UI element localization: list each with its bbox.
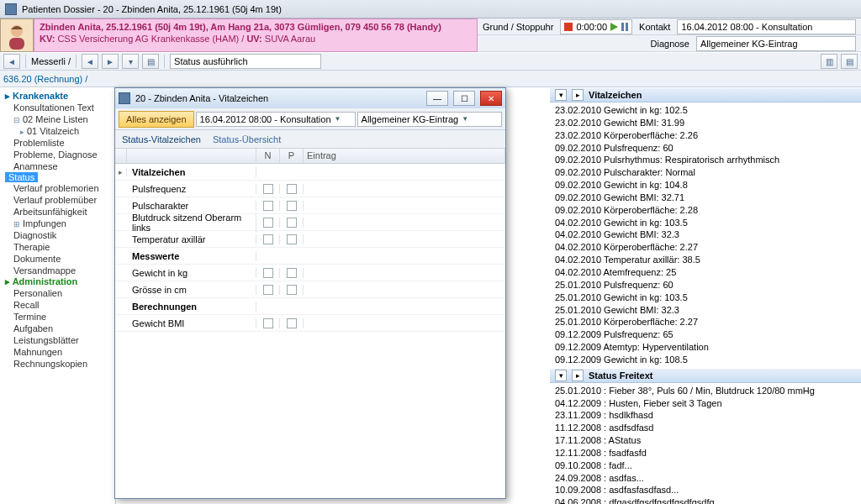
panel-freitext-body[interactable]: 25.01.2010 : Fieber 38°, Puls 60 / Min, … <box>550 383 861 504</box>
panel-collapse-icon[interactable]: ▾ <box>555 370 567 381</box>
tree-item[interactable]: Verlauf problemüber <box>5 194 115 206</box>
billing-label[interactable]: 636.20 (Rechnung) / <box>3 74 87 84</box>
list-item[interactable]: 23.02.2010 Gewicht in kg: 102.5 <box>555 104 856 117</box>
tree-item[interactable]: Diagnostik <box>5 229 115 241</box>
list-item[interactable]: 09.02.2010 Gewicht BMI: 32.71 <box>555 192 856 204</box>
layout-button-2[interactable]: ▤ <box>841 54 858 69</box>
tree-item[interactable]: Probleme, Diagnose <box>5 149 115 160</box>
list-item[interactable]: 25.01.2010 Gewicht in kg: 103.5 <box>555 291 856 304</box>
list-item[interactable]: 12.11.2008 : fsadfasfd <box>555 447 856 459</box>
table-row[interactable]: Gewicht in kg <box>115 265 505 281</box>
checkbox[interactable] <box>263 318 273 328</box>
tree-item[interactable]: Termine <box>5 311 115 323</box>
tree-item[interactable]: Recall <box>5 299 115 311</box>
table-row[interactable]: Pulsfrequenz <box>115 181 505 197</box>
list-item[interactable]: 04.06.2008 : dfgasdfgsdfgsdfgsdfgsdfg... <box>555 496 856 504</box>
tab-vitalzeichen[interactable]: Status-Vitalzeichen <box>122 134 201 148</box>
col-eintrag[interactable]: Eintrag <box>304 149 505 163</box>
col-n[interactable]: N <box>256 149 280 163</box>
list-item[interactable]: 09.02.2010 Pulsrhythmus: Respiratorisch … <box>555 154 856 166</box>
tree-item[interactable]: ▸01 Vitalzeich <box>5 125 115 137</box>
list-item[interactable]: 04.02.2010 Gewicht BMI: 32.3 <box>555 228 856 241</box>
list-item[interactable]: 04.02.2010 Temperatur axillär: 38.5 <box>555 254 856 266</box>
status-combo[interactable]: Status ausführlich <box>170 54 321 69</box>
tree-item-selected[interactable]: Status <box>5 172 38 182</box>
pause-icon[interactable] <box>621 23 628 31</box>
checkbox[interactable] <box>287 285 297 295</box>
list-item[interactable]: 25.01.2010 : Fieber 38°, Puls 60 / Min, … <box>555 385 856 397</box>
checkbox[interactable] <box>287 318 297 328</box>
nav-next-button[interactable]: ► <box>102 54 119 69</box>
checkbox[interactable] <box>287 218 297 228</box>
maximize-button[interactable]: ☐ <box>453 91 475 106</box>
type-combo[interactable]: Allgemeiner KG-Eintrag▼ <box>357 112 502 127</box>
tree-admin-root[interactable]: ▸ Administration <box>5 276 115 287</box>
list-item[interactable]: 09.02.2010 Pulsfrequenz: 60 <box>555 142 856 155</box>
checkbox[interactable] <box>263 285 273 295</box>
tree-item[interactable]: Mahnungen <box>5 346 115 358</box>
tree-item[interactable]: Versandmappe <box>5 265 115 276</box>
tree-item[interactable]: Therapie <box>5 241 115 253</box>
back-button[interactable]: ◄ <box>3 54 20 69</box>
checkbox[interactable] <box>287 268 297 278</box>
list-item[interactable]: 25.01.2010 Gewicht BMI: 32.3 <box>555 304 856 317</box>
list-item[interactable]: 09.10.2008 : fadf... <box>555 459 856 472</box>
checkbox[interactable] <box>263 268 273 278</box>
list-item[interactable]: 10.09.2008 : asdfasfasdfasd... <box>555 484 856 496</box>
list-item[interactable]: 09.12.2009 Atemtyp: Hyperventilation <box>555 341 856 354</box>
breadcrumb-messerli[interactable]: Messerli / <box>31 56 71 66</box>
list-item[interactable]: 09.02.2010 Pulscharakter: Normal <box>555 166 856 179</box>
list-item[interactable]: 25.01.2010 Pulsfrequenz: 60 <box>555 279 856 291</box>
tree-item[interactable]: Problemliste <box>5 137 115 149</box>
list-item[interactable]: 09.12.2009 Gewicht in kg: 108.5 <box>555 354 856 366</box>
table-row[interactable]: Grösse in cm <box>115 281 505 298</box>
checkbox[interactable] <box>287 201 297 211</box>
checkbox[interactable] <box>263 201 273 211</box>
nav-tree[interactable]: ▸ Krankenakte Konsultationen Text ⊟02 Me… <box>0 87 116 504</box>
checkbox[interactable] <box>287 184 297 194</box>
panel-options-icon[interactable]: ▸ <box>572 89 584 101</box>
checkbox[interactable] <box>263 184 273 194</box>
list-item[interactable]: 25.01.2010 Körperoberfläche: 2.27 <box>555 316 856 328</box>
checkbox[interactable] <box>287 234 297 244</box>
diagnose-field[interactable]: Allgemeiner KG-Eintrag <box>696 36 856 51</box>
list-item[interactable]: 04.02.2010 Körperoberfläche: 2.27 <box>555 241 856 254</box>
list-item[interactable]: 09.02.2010 Gewicht in kg: 104.8 <box>555 179 856 192</box>
minimize-button[interactable]: — <box>426 91 448 106</box>
list-item[interactable]: 23.02.2010 Gewicht BMI: 31.99 <box>555 117 856 129</box>
close-button[interactable]: ✕ <box>480 91 502 106</box>
tree-item[interactable]: Leistungsblätter <box>5 334 115 346</box>
table-row[interactable]: Gewicht BMI <box>115 315 505 332</box>
tree-item[interactable]: Arbeitsunfähigkeit <box>5 206 115 218</box>
checkbox[interactable] <box>263 234 273 244</box>
list-item[interactable]: 09.02.2010 Körperoberfläche: 2.28 <box>555 204 856 217</box>
list-item[interactable]: 04.02.2010 Gewicht in kg: 103.5 <box>555 217 856 229</box>
table-row[interactable]: Temperatur axillär <box>115 231 505 248</box>
list-item[interactable]: 04.12.2009 : Husten, Fieber seit 3 Tagen <box>555 397 856 410</box>
nav-prev-button[interactable]: ◄ <box>82 54 98 69</box>
tree-item[interactable]: Personalien <box>5 287 115 299</box>
list-item[interactable]: 23.02.2010 Körperoberfläche: 2.26 <box>555 129 856 142</box>
tree-root[interactable]: ▸ Krankenakte <box>5 91 115 102</box>
stop-icon[interactable] <box>564 23 573 31</box>
list-item[interactable]: 24.09.2008 : asdfas... <box>555 472 856 485</box>
tree-item[interactable]: Konsultationen Text <box>5 102 115 113</box>
kontakt-field[interactable]: 16.04.2012 08:00 - Konsultation <box>677 19 856 34</box>
table-row[interactable]: ▸Vitalzeichen <box>115 164 505 181</box>
tree-item[interactable]: Aufgaben <box>5 323 115 334</box>
panel-collapse-icon[interactable]: ▾ <box>555 89 567 101</box>
list-item[interactable]: 17.11.2008 : AStatus <box>555 434 856 447</box>
tree-item[interactable]: ⊟02 Meine Listen <box>5 113 115 125</box>
doc-button[interactable]: ▤ <box>142 54 159 69</box>
layout-button-1[interactable]: ▥ <box>821 54 837 69</box>
dropdown-button[interactable]: ▾ <box>122 54 139 69</box>
tree-item[interactable]: Anamnese <box>5 160 115 172</box>
vital-grid[interactable]: N P Eintrag ▸VitalzeichenPulsfrequenzPul… <box>115 149 505 498</box>
play-icon[interactable] <box>610 23 618 31</box>
tree-item[interactable]: Verlauf problemorien <box>5 182 115 194</box>
show-all-button[interactable]: Alles anzeigen <box>119 111 194 128</box>
tree-item[interactable]: ⊞Impfungen <box>5 218 115 229</box>
table-row[interactable]: Blutdruck sitzend Oberarm links <box>115 214 505 231</box>
tree-item[interactable]: Rechnungskopien <box>5 358 115 370</box>
col-p[interactable]: P <box>280 149 304 163</box>
